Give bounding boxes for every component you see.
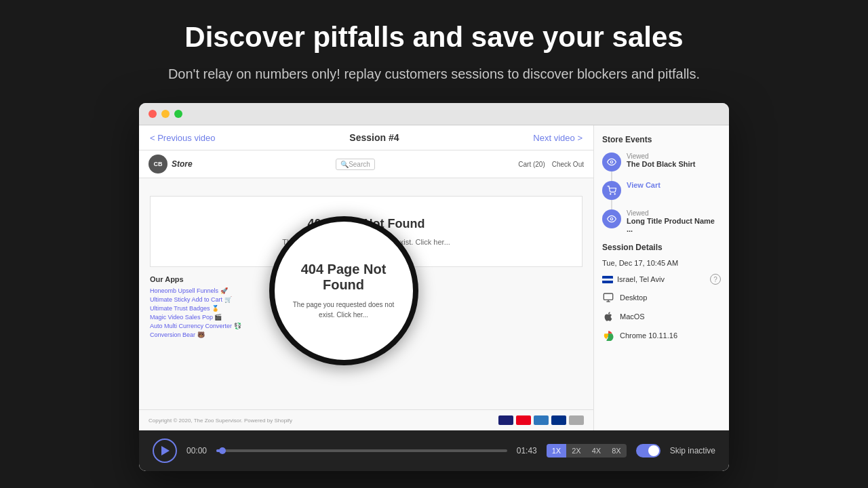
payment-icons <box>498 415 584 425</box>
browser-window: < Previous video Session #4 Next video >… <box>139 103 729 471</box>
session-datetime: Tue, Dec 17, 10:45 AM <box>602 259 721 267</box>
payment-icon-mc <box>516 415 531 425</box>
session-device-row: Desktop <box>602 291 721 304</box>
session-sidebar: Store Events Viewed The Dot Black Shirt <box>593 125 729 430</box>
event-item-2: Viewed Long Title Product Name ... <box>602 209 721 233</box>
session-location-text: Israel, Tel Aviv <box>617 275 665 283</box>
speed-8x[interactable]: 8X <box>606 444 626 458</box>
site-search: 🔍 Search <box>336 159 375 170</box>
event-info-2: Viewed Long Title Product Name ... <box>627 209 721 233</box>
event-item-1[interactable]: View Cart <box>602 181 721 200</box>
speed-buttons: 1X 2X 4X 8X <box>547 444 627 458</box>
page-subtitle: Don't relay on numbers only! replay cust… <box>168 64 700 84</box>
session-device-text: Desktop <box>620 293 647 302</box>
cart-link: Cart (20) <box>518 161 545 168</box>
event-value-cart[interactable]: View Cart <box>627 181 721 189</box>
window-titlebar <box>139 103 729 125</box>
player-controls: 00:00 01:43 1X 2X 4X 8X Skip inactive <box>139 430 729 471</box>
time-current: 00:00 <box>186 446 207 455</box>
event-icon-cart <box>602 181 621 200</box>
payment-icon-pp <box>551 415 566 425</box>
site-footer: Copyright © 2020, The Zoo Supervisor. Po… <box>139 409 593 430</box>
window-body: < Previous video Session #4 Next video >… <box>139 125 729 430</box>
event-info-0: Viewed The Dot Black Shirt <box>627 152 721 168</box>
svg-rect-4 <box>604 293 612 300</box>
help-icon[interactable]: ? <box>710 274 721 285</box>
magnifier-overlay: 404 Page Not Found The page you requeste… <box>269 216 418 365</box>
session-location-row: Israel, Tel Aviv ? <box>602 274 721 285</box>
session-details-title: Session Details <box>602 243 721 252</box>
time-total: 01:43 <box>517 446 537 455</box>
logo-text: Store <box>172 159 193 169</box>
session-os-text: MacOS <box>620 312 645 321</box>
session-location-left: Israel, Tel Aviv <box>602 275 665 283</box>
window-dot-red <box>149 110 157 118</box>
store-events-title: Store Events <box>602 135 721 144</box>
prev-video-button[interactable]: < Previous video <box>150 133 215 143</box>
play-icon <box>161 446 170 455</box>
magnifier-title: 404 Page Not Found <box>288 262 399 293</box>
event-label-2: Viewed <box>627 209 721 217</box>
window-dot-yellow <box>161 110 170 118</box>
footer-copy: Copyright © 2020, The Zoo Supervisor. Po… <box>149 418 292 424</box>
window-dot-green <box>174 110 182 118</box>
checkout-link: Check Out <box>552 161 584 168</box>
page-header: Discover pitfalls and save your sales Do… <box>168 20 700 84</box>
svg-point-3 <box>610 218 613 221</box>
speed-4x[interactable]: 4X <box>587 444 606 458</box>
session-browser-row: Chrome 10.11.16 <box>602 329 721 342</box>
speed-2x[interactable]: 2X <box>566 444 586 458</box>
event-value-2: Long Title Product Name ... <box>627 217 721 233</box>
chrome-icon <box>602 329 614 342</box>
svg-point-1 <box>610 194 611 195</box>
website-frame: CB Store 🔍 Search Cart (20) Check Out <box>139 150 593 430</box>
event-line-1 <box>611 200 612 209</box>
progress-bar[interactable] <box>216 449 507 452</box>
payment-icon-amex <box>534 415 549 425</box>
payment-icon-other <box>569 415 584 425</box>
flag-icon-israel <box>602 276 613 283</box>
search-placeholder: Search <box>349 161 370 168</box>
logo-icon: CB <box>149 155 167 174</box>
search-icon: 🔍 <box>340 161 349 168</box>
payment-icon-visa <box>498 415 513 425</box>
session-browser-text: Chrome 10.11.16 <box>620 331 677 340</box>
session-title: Session #4 <box>349 132 399 143</box>
play-button[interactable] <box>153 439 177 463</box>
video-area: < Previous video Session #4 Next video >… <box>139 125 593 430</box>
site-cart-links: Cart (20) Check Out <box>518 161 584 168</box>
event-icon-eye-2 <box>602 209 621 228</box>
event-line-0 <box>611 171 612 181</box>
svg-point-0 <box>610 161 613 164</box>
magnifier-subtitle: The page you requested does not exist. C… <box>288 300 399 320</box>
apple-icon <box>602 310 614 323</box>
event-label-0: Viewed <box>627 152 721 160</box>
event-info-1: View Cart <box>627 181 721 189</box>
speed-1x[interactable]: 1X <box>547 444 566 458</box>
session-os-row: MacOS <box>602 310 721 323</box>
site-logo: CB Store <box>149 155 193 174</box>
monitor-icon <box>602 291 614 304</box>
svg-point-2 <box>614 194 615 195</box>
site-header-bar: CB Store 🔍 Search Cart (20) Check Out <box>139 150 593 178</box>
event-value-0: The Dot Black Shirt <box>627 160 721 168</box>
progress-dot <box>219 447 226 454</box>
next-video-button[interactable]: Next video > <box>533 133 583 143</box>
event-item-0: Viewed The Dot Black Shirt <box>602 152 721 171</box>
event-icon-eye-0 <box>602 152 621 171</box>
skip-inactive-toggle[interactable] <box>636 444 660 458</box>
page-title: Discover pitfalls and save your sales <box>168 20 700 54</box>
toggle-knob <box>648 445 659 456</box>
video-nav: < Previous video Session #4 Next video > <box>139 125 593 150</box>
skip-inactive-label: Skip inactive <box>670 446 715 455</box>
